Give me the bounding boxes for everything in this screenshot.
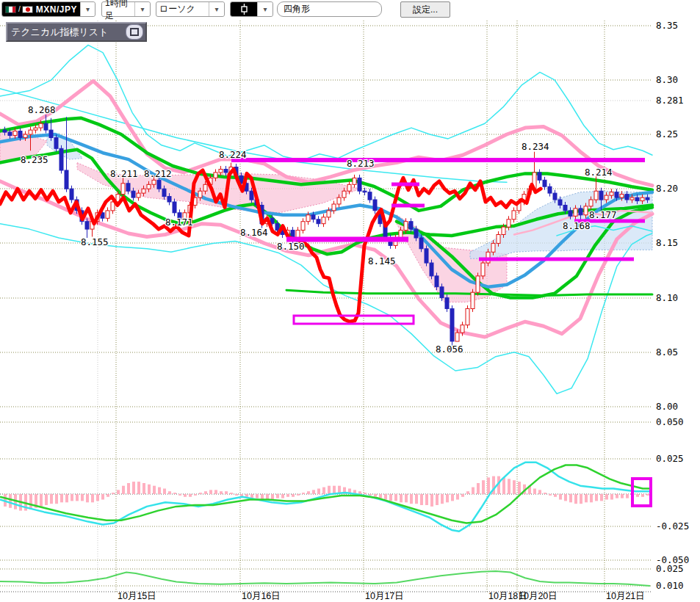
chart-svg[interactable]: 8.2688.2358.2118.2128.1558.1718.2248.164… [0,0,700,602]
price-annotation: 8.211 [110,168,138,179]
y-axis-label: -0.025 [656,521,689,532]
price-annotation: 8.212 [144,168,172,179]
settings-button[interactable]: 設定... [400,1,450,18]
toolbar: / MXN/JPY ▾ 1時間足 ▾ ローソク ▾ ▾ 四角形 設定... [0,0,700,20]
settings-button-label: 設定... [413,4,438,16]
flag-separator: / [18,5,21,13]
minimize-panel-button[interactable] [126,24,143,40]
japan-flag-icon [22,6,33,13]
gridlines [0,21,652,592]
y-axis-label: 8.281 [656,95,684,106]
y-axis-label: 0.010 [656,580,684,591]
restore-window-icon [130,28,139,36]
chart-area[interactable]: 8.2688.2358.2118.2128.1558.1718.2248.164… [0,0,700,602]
price-annotation: 8.150 [277,241,305,252]
band3-diagonal [0,89,507,183]
chart-type-selector[interactable]: ローソク ▾ [156,1,225,17]
price-annotation: 8.056 [436,344,463,355]
chevron-down-icon: ▾ [209,2,224,16]
price-annotation: 8.268 [28,104,56,115]
chevron-down-icon: ▾ [257,2,273,16]
fx-chart-app: { "toolbar": { "pair": "MXN/JPY", "pair_… [0,0,700,602]
drawing-tool-field[interactable]: 四角形 [277,1,382,17]
y-axis-label: 8.35 [656,20,678,31]
price-annotation: 8.235 [21,154,48,165]
indicator-list-panel[interactable]: テクニカル指標リスト [6,22,147,42]
price-annotation: 8.213 [347,158,375,169]
drawn-rectangle[interactable] [632,479,651,506]
y-axis-label: 8.25 [656,128,678,139]
x-axis-labels: 10月15日10月16日10月17日10月18日10月20日10月21日 [118,591,645,601]
chart-type-label: ローソク [156,2,209,16]
y-axis-label: 8.15 [656,237,678,248]
y-axis-label: 0.025 [656,563,684,574]
date-label: 10月15日 [118,591,156,601]
price-annotation: 8.171 [165,217,193,228]
y-axis-label: 8.10 [656,292,678,303]
candle-style-selector[interactable]: ▾ [230,1,273,17]
price-annotation: 8.164 [240,227,268,238]
price-annotation: 8.177 [589,209,617,220]
price-annotation: 8.224 [219,149,247,160]
date-label: 10月16日 [242,591,281,601]
y-axis-label: 8.00 [656,401,678,412]
chevron-down-icon: ▾ [134,2,150,16]
candlestick-icon [241,4,248,15]
price-annotation: 8.155 [81,236,109,247]
pair-selector[interactable]: / MXN/JPY ▾ [1,1,95,17]
timeframe-label: 1時間足 [102,2,134,16]
y-axis-labels: 8.358.308.2818.258.208.158.108.058.000.0… [656,20,689,591]
y-axis-label: 8.05 [656,347,678,358]
date-label: 10月20日 [519,591,558,601]
y-axis-label: 8.30 [656,74,678,85]
y-axis-label: 0.025 [656,453,684,464]
timeframe-selector[interactable]: 1時間足 ▾ [101,1,151,17]
mexico-flag-icon [5,6,16,13]
date-label: 10月21日 [606,591,645,601]
indicator-list-title: テクニカル指標リスト [7,26,126,39]
price-annotation: 8.145 [368,255,396,266]
chevron-down-icon: ▾ [80,2,95,16]
price-annotation: 8.168 [563,220,591,231]
drawing-tool-label: 四角形 [284,3,310,15]
pair-label: MXN/JPY [36,4,77,15]
y-axis-label: 0.050 [656,416,684,427]
date-label: 10月17日 [365,591,404,601]
price-annotation: 8.234 [522,141,549,152]
y-axis-label: 8.20 [656,183,678,194]
price-annotation: 8.214 [585,167,613,178]
